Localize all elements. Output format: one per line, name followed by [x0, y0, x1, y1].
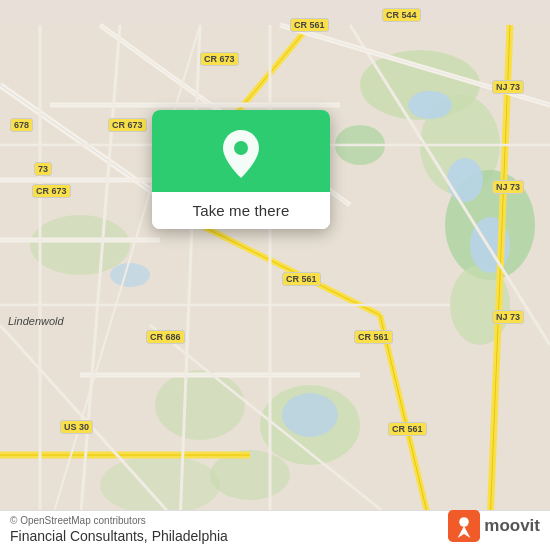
road-label-cr561-mid: CR 561 [282, 272, 321, 286]
road-label-us30: US 30 [60, 420, 93, 434]
moovit-icon [448, 510, 480, 542]
svg-point-14 [282, 393, 338, 437]
road-label-nj73-top: NJ 73 [492, 80, 524, 94]
take-me-there-button[interactable]: Take me there [152, 192, 330, 229]
map-background [0, 0, 550, 550]
place-label-lindenwold: Lindenwold [8, 315, 64, 327]
svg-point-5 [30, 215, 130, 275]
svg-point-52 [459, 517, 469, 527]
road-label-cr673-mid: CR 673 [108, 118, 147, 132]
road-label-cr686: CR 686 [146, 330, 185, 344]
road-label-73: 73 [34, 162, 52, 176]
svg-point-8 [100, 455, 220, 515]
road-label-cr561-bot: CR 561 [354, 330, 393, 344]
road-label-nj73-bot: NJ 73 [492, 310, 524, 324]
road-label-cr561-bot2: CR 561 [388, 422, 427, 436]
road-label-cr673-top: CR 673 [200, 52, 239, 66]
moovit-text: moovit [484, 516, 540, 536]
road-label-678: 678 [10, 118, 33, 132]
location-pin-icon [217, 130, 265, 178]
moovit-logo: moovit [448, 510, 540, 542]
svg-point-12 [447, 158, 483, 202]
popup-card: Take me there [152, 110, 330, 229]
map-container: CR 561 CR 544 CR 673 678 CR 673 CR 673 N… [0, 0, 550, 550]
svg-point-11 [408, 91, 452, 119]
road-label-cr561-top: CR 561 [290, 18, 329, 32]
road-label-cr544: CR 544 [382, 8, 421, 22]
popup-green-area [152, 110, 330, 192]
road-label-nj73-mid: NJ 73 [492, 180, 524, 194]
svg-point-15 [110, 263, 150, 287]
road-label-cr673-bot: CR 673 [32, 184, 71, 198]
svg-point-50 [234, 141, 248, 155]
svg-point-6 [155, 370, 245, 440]
